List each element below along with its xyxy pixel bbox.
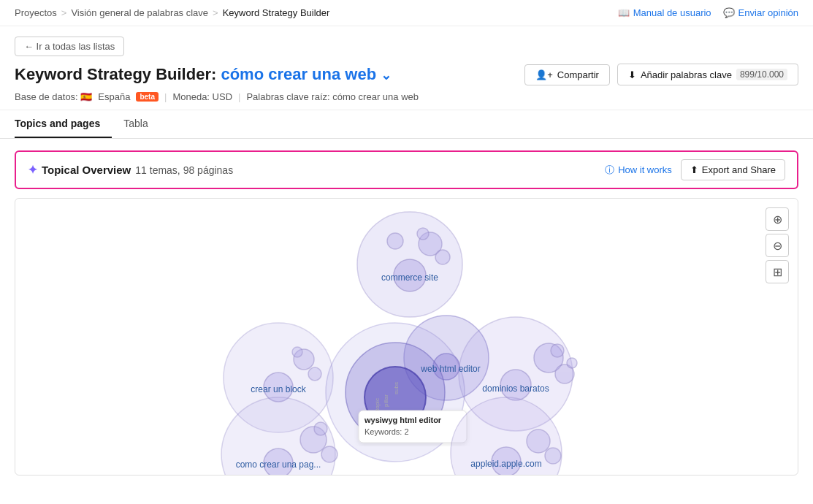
share-button[interactable]: 👤+ Compartir — [524, 64, 610, 85]
svg-text:web html editor: web html editor — [420, 364, 480, 374]
breadcrumb-current: Keyword Strategy Builder — [223, 7, 330, 18]
breadcrumb-vision[interactable]: Visión general de palabras clave — [71, 7, 208, 18]
tab-tabla[interactable]: Tabla — [123, 110, 159, 138]
beta-badge: beta — [136, 92, 159, 102]
breadcrumb-proyectos[interactable]: Proyectos — [15, 7, 57, 18]
svg-point-31 — [321, 446, 337, 462]
breadcrumb-sep-1: > — [61, 7, 67, 18]
breadcrumb-actions: 📖 Manual de usuario 💬 Enviar opinión — [618, 7, 798, 18]
svg-point-3 — [435, 250, 450, 264]
zoom-out-button[interactable]: ⊖ — [766, 234, 789, 257]
keyword-count-badge: 899/10.000 — [736, 69, 787, 80]
tabs-bar: Topics and pages Tabla — [0, 110, 813, 139]
svg-point-9 — [308, 367, 321, 381]
svg-text:subs: subs — [393, 382, 400, 394]
manual-button[interactable]: 📖 Manual de usuario — [618, 7, 711, 18]
page-title: Keyword Strategy Builder: cómo crear una… — [15, 65, 392, 84]
svg-point-4 — [417, 228, 429, 240]
title-highlight: cómo crear una web — [221, 65, 376, 83]
topical-meta: 11 temas, 98 páginas — [135, 164, 233, 176]
visualization-area[interactable]: ⊕ ⊖ ⊞ — [15, 198, 798, 476]
zoom-in-icon: ⊕ — [773, 213, 782, 226]
sparkle-icon: ✦ — [28, 163, 37, 177]
svg-point-16 — [567, 358, 577, 368]
reset-zoom-button[interactable]: ⊞ — [766, 260, 789, 283]
info-icon: ⓘ — [605, 164, 614, 177]
header-actions: 👤+ Compartir ⬇ Añadir palabras clave 899… — [524, 64, 798, 85]
fit-icon: ⊞ — [773, 265, 782, 279]
svg-point-36 — [545, 448, 561, 464]
export-share-button[interactable]: ⬆ Export and Share — [681, 159, 785, 180]
svg-point-10 — [292, 347, 302, 357]
tab-topics-pages[interactable]: Topics and pages — [15, 110, 112, 138]
svg-point-32 — [314, 422, 327, 435]
svg-text:Keywords: 2: Keywords: 2 — [364, 427, 409, 436]
svg-text:como crear una pag...: como crear una pag... — [236, 459, 321, 470]
header-meta: Base de datos: 🇪🇸 España beta | Moneda: … — [15, 91, 798, 102]
svg-text:commerce site: commerce site — [381, 272, 438, 283]
book-icon: 📖 — [618, 7, 630, 18]
header: ← Ir a todas las listas Keyword Strategy… — [0, 26, 813, 110]
breadcrumb: Proyectos > Visión general de palabras c… — [0, 0, 813, 26]
svg-text:topic: topic — [374, 398, 381, 411]
breadcrumb-sep-2: > — [213, 7, 218, 18]
chevron-down-icon[interactable]: ⌄ — [381, 68, 392, 83]
main-content: ✦ Topical Overview 11 temas, 98 páginas … — [0, 139, 813, 487]
svg-text:crear un block: crear un block — [251, 384, 306, 394]
upload-icon: ⬆ — [690, 164, 698, 175]
bubble-svg: wysiwyg html editor Keywords: 2 topic pi… — [15, 199, 797, 475]
svg-point-15 — [551, 344, 564, 357]
svg-point-5 — [387, 233, 403, 249]
download-icon: ⬇ — [628, 69, 636, 80]
svg-point-35 — [527, 429, 550, 453]
back-button[interactable]: ← Ir a todas las listas — [15, 37, 124, 56]
svg-text:wysiwyg html editor: wysiwyg html editor — [364, 416, 442, 424]
zoom-controls: ⊕ ⊖ ⊞ — [766, 207, 789, 283]
add-keywords-button[interactable]: ⬇ Añadir palabras clave 899/10.000 — [617, 64, 798, 85]
share-icon: 👤+ — [535, 69, 553, 80]
database-label: Base de datos: 🇪🇸 — [15, 91, 92, 102]
topical-actions: ⓘ How it works ⬆ Export and Share — [605, 159, 785, 180]
zoom-in-button[interactable]: ⊕ — [766, 207, 789, 231]
how-it-works-button[interactable]: ⓘ How it works — [605, 164, 672, 177]
svg-text:appleid.apple.com: appleid.apple.com — [470, 459, 541, 469]
svg-text:dominios baratos: dominios baratos — [482, 383, 549, 394]
zoom-out-icon: ⊖ — [773, 239, 782, 253]
topical-overview-title: ✦ Topical Overview 11 temas, 98 páginas — [28, 163, 233, 177]
svg-text:pillar: pillar — [383, 394, 389, 407]
feedback-button[interactable]: 💬 Enviar opinión — [723, 7, 798, 18]
topical-overview-header: ✦ Topical Overview 11 temas, 98 páginas … — [15, 150, 798, 189]
message-icon: 💬 — [723, 7, 735, 18]
